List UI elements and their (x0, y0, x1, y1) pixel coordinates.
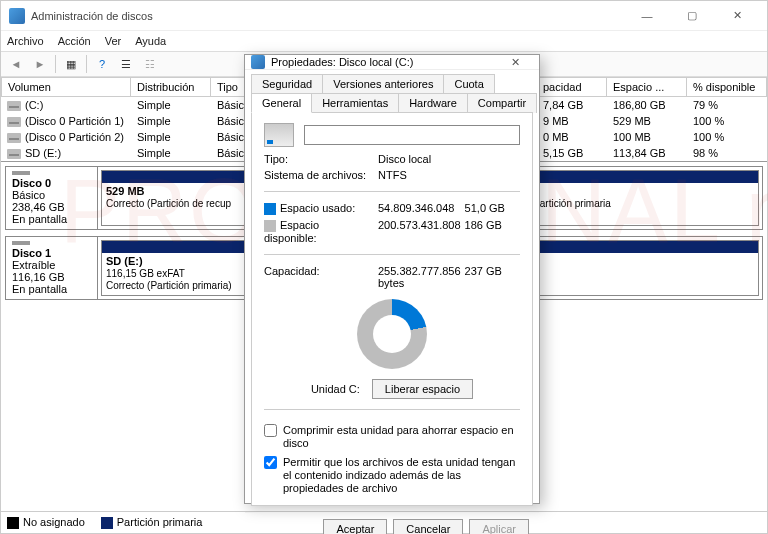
disk-icon (12, 171, 30, 175)
index-checkbox[interactable] (264, 456, 277, 469)
cancel-button[interactable]: Cancelar (393, 519, 463, 534)
drive-caption: Unidad C: (311, 383, 360, 395)
index-checkbox-row[interactable]: Permitir que los archivos de esta unidad… (264, 456, 520, 495)
maximize-button[interactable]: ▢ (670, 2, 714, 30)
menu-file[interactable]: Archivo (7, 35, 44, 47)
disk-cleanup-button[interactable]: Liberar espacio (372, 379, 473, 399)
dialog-titlebar: Propiedades: Disco local (C:) ✕ (245, 55, 539, 70)
tab-strip: Seguridad Versiones anteriores Cuota Gen… (245, 70, 539, 113)
tab-quota[interactable]: Cuota (443, 74, 494, 93)
capacity-gb: 237 GB (465, 265, 525, 289)
capacity-label: Capacidad: (264, 265, 374, 289)
col-pct[interactable]: % disponible (687, 77, 767, 97)
free-gb: 186 GB (465, 219, 525, 244)
tab-general-body: Tipo: Disco local Sistema de archivos: N… (251, 112, 533, 506)
legend-primary-swatch (101, 517, 113, 529)
menu-view[interactable]: Ver (105, 35, 122, 47)
apply-button[interactable]: Aplicar (469, 519, 529, 534)
compress-label: Comprimir esta unidad para ahorrar espac… (283, 424, 520, 450)
col-layout[interactable]: Distribución (131, 77, 211, 97)
volume-icon (7, 133, 21, 143)
ok-button[interactable]: Aceptar (323, 519, 387, 534)
minimize-button[interactable]: — (625, 2, 669, 30)
help-icon[interactable]: ? (91, 54, 113, 74)
tab-hardware[interactable]: Hardware (398, 93, 468, 113)
tab-sharing[interactable]: Compartir (467, 93, 537, 113)
legend-primary: Partición primaria (117, 516, 203, 528)
fs-value: NTFS (378, 169, 456, 181)
type-value: Disco local (378, 153, 456, 165)
menu-action[interactable]: Acción (58, 35, 91, 47)
tab-security[interactable]: Seguridad (251, 74, 323, 93)
forward-button: ► (29, 54, 51, 74)
index-label: Permitir que los archivos de esta unidad… (283, 456, 520, 495)
volume-icon (7, 117, 21, 127)
tab-tools[interactable]: Herramientas (311, 93, 399, 113)
properties-dialog: Propiedades: Disco local (C:) ✕ Segurida… (244, 54, 540, 504)
used-swatch (264, 203, 276, 215)
disk-header[interactable]: Disco 0Básico238,46 GBEn pantalla (6, 167, 98, 229)
titlebar: Administración de discos — ▢ ✕ (1, 1, 767, 31)
legend-unallocated-swatch (7, 517, 19, 529)
toolbar-details-icon[interactable]: ☷ (139, 54, 161, 74)
dialog-title: Propiedades: Disco local (C:) (271, 56, 413, 68)
drive-icon (264, 123, 294, 147)
volume-icon (7, 101, 21, 111)
col-volume[interactable]: Volumen (1, 77, 131, 97)
back-button: ◄ (5, 54, 27, 74)
menubar: Archivo Acción Ver Ayuda (1, 31, 767, 51)
toolbar-grid-icon[interactable]: ▦ (60, 54, 82, 74)
col-free[interactable]: Espacio ... (607, 77, 687, 97)
used-bytes: 54.809.346.048 (378, 202, 461, 215)
fs-label: Sistema de archivos: (264, 169, 374, 181)
dialog-close-button[interactable]: ✕ (497, 56, 533, 69)
close-button[interactable]: ✕ (715, 2, 759, 30)
toolbar-list-icon[interactable]: ☰ (115, 54, 137, 74)
tab-previous-versions[interactable]: Versiones anteriores (322, 74, 444, 93)
disk-header[interactable]: Disco 1Extraíble116,16 GBEn pantalla (6, 237, 98, 299)
legend-unallocated: No asignado (23, 516, 85, 528)
window-title: Administración de discos (31, 10, 625, 22)
disk-icon (12, 241, 30, 245)
type-label: Tipo: (264, 153, 374, 165)
free-bytes: 200.573.431.808 (378, 219, 461, 244)
volume-icon (7, 149, 21, 159)
volume-label-input[interactable] (304, 125, 520, 145)
used-label: Espacio usado: (280, 202, 355, 214)
app-icon (9, 8, 25, 24)
free-swatch (264, 220, 276, 232)
usage-donut-chart (357, 299, 427, 369)
used-gb: 51,0 GB (465, 202, 525, 215)
capacity-bytes: 255.382.777.856 bytes (378, 265, 461, 289)
menu-help[interactable]: Ayuda (135, 35, 166, 47)
dialog-icon (251, 55, 265, 69)
compress-checkbox-row[interactable]: Comprimir esta unidad para ahorrar espac… (264, 424, 520, 450)
compress-checkbox[interactable] (264, 424, 277, 437)
tab-general[interactable]: General (251, 93, 312, 113)
col-capacity[interactable]: pacidad (537, 77, 607, 97)
